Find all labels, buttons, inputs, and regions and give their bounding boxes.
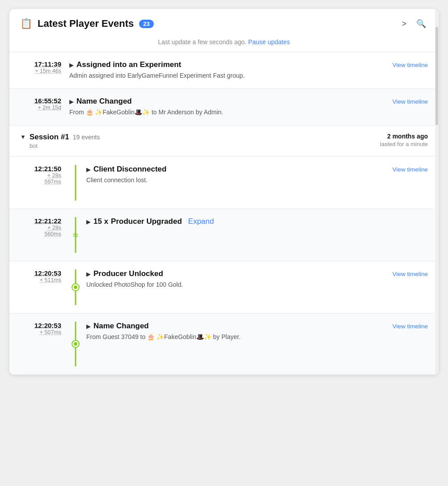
session-name: Session #1 (30, 133, 69, 142)
page-title: Latest Player Events (38, 18, 134, 29)
timeline-col: ≈ (69, 217, 82, 253)
timeline-col (69, 165, 82, 201)
timestamp-rel: + 15m 46s (20, 68, 61, 74)
timestamp-col: 17:11:39 + 15m 46s (20, 60, 69, 74)
header: 📋 Latest Player Events 23 > 🔍 (9, 9, 439, 36)
session-ago: 2 months ago (380, 133, 428, 140)
expand-arrow-icon[interactable]: ▶ (86, 323, 91, 330)
timestamp-rel: + 28s (20, 172, 61, 179)
main-card: 📋 Latest Player Events 23 > 🔍 Last updat… (9, 9, 439, 375)
clipboard-icon: 📋 (20, 18, 32, 29)
expand-arrow-icon[interactable]: ▶ (86, 271, 91, 277)
event-content: ▶ 15 x Producer Upgraded Expand (86, 217, 428, 228)
session-row: ▼ Session #1 19 events bot 2 months ago … (9, 126, 439, 157)
view-timeline-button[interactable]: View timeline (393, 98, 428, 105)
event-desc: From Guest 37049 to 🎂 ✨FakeGoblin🎩✨ by P… (86, 332, 428, 342)
scrollbar[interactable] (435, 9, 439, 375)
timestamp-col: 12:21:22 + 28s 560ms (20, 217, 69, 237)
event-title-row: ▶ Client Disconnected View timeline (86, 165, 428, 174)
timestamp-rel: + 2m 15d (20, 105, 61, 111)
expand-label[interactable]: Expand (188, 217, 214, 226)
event-row: 12:21:22 + 28s 560ms ≈ ▶ 15 x Producer U… (9, 209, 439, 261)
event-title-bold: Producer Upgraded (111, 217, 182, 226)
timestamp-rel: + 28s (20, 225, 61, 231)
event-desc: Client connection lost. (86, 176, 428, 185)
pause-updates-link[interactable]: Pause updates (248, 38, 290, 46)
event-title-row: ▶ Producer Unlocked View timeline (86, 269, 428, 278)
event-title-row: ▶ 15 x Producer Upgraded Expand (86, 217, 428, 226)
timestamp-main: 12:20:53 (20, 269, 61, 277)
event-row: 12:20:53 + 511ms ▶ Producer Unlocked Vie… (9, 261, 439, 314)
session-events-count: 19 events (73, 134, 100, 141)
event-title: Client Disconnected (93, 165, 166, 174)
timestamp-col: 12:21:50 + 28s 597ms (20, 165, 69, 185)
event-content: ▶ Client Disconnected View timeline Clie… (86, 165, 428, 185)
last-update-text: Last update a few seconds ago. (158, 38, 247, 46)
event-row: 17:11:39 + 15m 46s ▶ Assigned into an Ex… (9, 52, 439, 89)
timestamp-main: 12:21:50 (20, 165, 61, 172)
expand-arrow-icon[interactable]: ▶ (86, 166, 91, 173)
header-left: 📋 Latest Player Events 23 (20, 18, 154, 29)
timestamp-col: 12:20:53 + 507ms (20, 322, 69, 335)
subheader: Last update a few seconds ago. Pause upd… (9, 36, 439, 52)
expand-arrow-icon[interactable]: ▶ (69, 98, 74, 105)
event-row: 12:21:50 + 28s 597ms ▶ Client Disconnect… (9, 157, 439, 209)
event-title: Producer Unlocked (93, 269, 163, 278)
timestamp-main: 17:11:39 (20, 60, 61, 68)
session-title-row: Session #1 19 events (30, 133, 380, 142)
session-sub: bot (30, 142, 380, 149)
event-content: ▶ Assigned into an Experiment View timel… (69, 60, 428, 80)
timestamp-main: 16:55:52 (20, 97, 61, 105)
expand-arrow-icon[interactable]: ▶ (86, 218, 91, 225)
timestamp-rel2: 560ms (20, 231, 61, 237)
event-content: ▶ Producer Unlocked View timeline Unlock… (86, 269, 428, 289)
event-title-row: ▶ Name Changed View timeline (86, 322, 428, 331)
event-content: ▶ Name Changed View timeline From Guest … (86, 322, 428, 342)
event-desc: Admin assigned into EarlyGameFunnel Expe… (69, 71, 428, 80)
event-desc: Unlocked PhotoShop for 100 Gold. (86, 280, 428, 289)
event-row: 12:20:53 + 507ms ▶ Name Changed View tim… (9, 314, 439, 375)
event-title-count: 15 x (93, 217, 108, 226)
session-chevron-icon[interactable]: ▼ (20, 134, 26, 140)
timestamp-rel: + 507ms (20, 329, 61, 335)
timestamp-col: 16:55:52 + 2m 15d (20, 97, 69, 111)
timeline-col (69, 269, 82, 305)
header-right: > 🔍 (400, 18, 428, 29)
event-title-row: ▶ Assigned into an Experiment View timel… (69, 60, 428, 69)
view-timeline-button[interactable]: View timeline (393, 166, 428, 173)
expand-arrow-icon[interactable]: ▶ (69, 62, 74, 68)
session-right: 2 months ago lasted for a minute (380, 133, 428, 147)
timestamp-rel2: 597ms (20, 179, 61, 185)
timestamp-main: 12:21:22 (20, 217, 61, 225)
event-title-row: ▶ Name Changed View timeline (69, 97, 428, 106)
scrollbar-thumb[interactable] (435, 27, 438, 125)
event-title: Name Changed (93, 322, 149, 331)
timestamp-col: 12:20:53 + 511ms (20, 269, 69, 283)
event-title: Assigned into an Experiment (76, 60, 181, 69)
view-timeline-button[interactable]: View timeline (393, 323, 428, 330)
event-content: ▶ Name Changed View timeline From 🎂 ✨Fak… (69, 97, 428, 117)
view-timeline-button[interactable]: View timeline (393, 271, 428, 277)
event-title: Name Changed (76, 97, 132, 106)
timeline-col (69, 322, 82, 366)
search-button[interactable]: 🔍 (414, 18, 428, 29)
event-row: 16:55:52 + 2m 15d ▶ Name Changed View ti… (9, 89, 439, 126)
timestamp-rel: + 511ms (20, 277, 61, 283)
event-desc: From 🎂 ✨FakeGoblin🎩✨ to Mr Anderson by A… (69, 108, 428, 117)
timestamp-main: 12:20:53 (20, 322, 61, 329)
session-duration: lasted for a minute (380, 141, 428, 147)
session-info: Session #1 19 events bot (30, 133, 380, 149)
expand-button[interactable]: > (400, 18, 408, 29)
view-timeline-button[interactable]: View timeline (393, 62, 428, 68)
events-count-badge: 23 (139, 20, 153, 28)
